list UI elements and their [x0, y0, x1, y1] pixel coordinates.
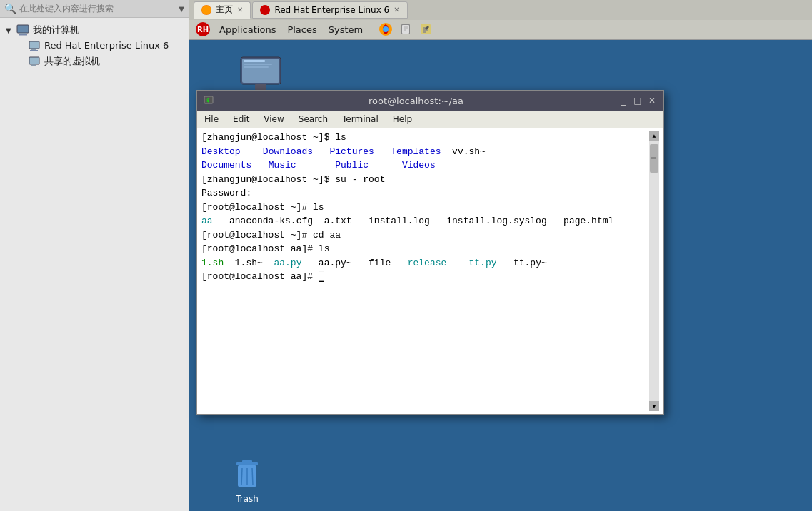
terminal-icon-btn: $ [203, 95, 214, 106]
svg-rect-1 [20, 33, 26, 34]
terminal-minimize-button[interactable]: _ [618, 95, 629, 106]
toolbar-icons [377, 21, 434, 38]
terminal-content[interactable]: [zhangjun@localhost ~]$ ls Desktop Downl… [197, 128, 663, 414]
terminal-titlebar: $ root@localhost:~/aa _ □ ✕ [197, 91, 663, 111]
svg-rect-32 [242, 460, 252, 463]
tree-root-label: 我的计算机 [33, 24, 79, 36]
terminal-menu-terminal[interactable]: Terminal [339, 113, 381, 126]
terminal-line-3: Documents Music Public Videos [201, 158, 649, 173]
svg-rect-8 [30, 66, 38, 66]
main-area: 主页 ✕ Red Hat Enterprise Linux 6 ✕ RH App… [189, 0, 812, 511]
terminal-scrollbar[interactable]: ▲ ▼ [649, 131, 659, 411]
svg-rect-27 [255, 84, 266, 90]
terminal-line-2: Desktop Downloads Pictures Templates vv.… [201, 145, 649, 159]
tab-rh[interactable]: Red Hat Enterprise Linux 6 ✕ [252, 1, 407, 19]
terminal-line-9: [root@localhost aa]# ls [201, 242, 649, 256]
terminal-app-icon: $ [204, 96, 214, 106]
help-button[interactable] [397, 21, 414, 38]
search-input[interactable] [19, 4, 176, 14]
terminal-menu-file[interactable]: File [201, 113, 221, 126]
rh-icon [29, 41, 41, 51]
shared-icon [29, 56, 41, 66]
tree-child-shared[interactable]: 共享的虚拟机 [3, 53, 186, 70]
terminal-menu-edit[interactable]: Edit [230, 113, 252, 126]
svg-point-12 [383, 26, 389, 32]
terminal-window-buttons: $ [203, 95, 214, 106]
tree-child-rh[interactable]: Red Hat Enterprise Linux 6 [3, 38, 186, 53]
topbar: 主页 ✕ Red Hat Enterprise Linux 6 ✕ RH App… [189, 0, 812, 40]
tab-home-close[interactable]: ✕ [237, 6, 243, 14]
edit-button[interactable] [417, 21, 434, 38]
tree-child-shared-label: 共享的虚拟机 [44, 55, 100, 68]
redhat-logo: RH [195, 21, 211, 37]
svg-rect-2 [19, 34, 27, 36]
tree-toggle-icon: ▼ [6, 26, 16, 34]
sidebar-tree: ▼ 我的计算机 Red Hat Enterprise Linux 6 [0, 18, 189, 511]
terminal-close-button[interactable]: ✕ [646, 95, 658, 106]
scrollbar-thumb[interactable] [650, 144, 658, 173]
trash-icon[interactable]: Trash [232, 458, 262, 504]
tab-home[interactable]: 主页 ✕ [194, 1, 251, 19]
tab-firefox-icon [201, 5, 211, 15]
book-icon [399, 22, 413, 36]
svg-rect-23 [242, 59, 279, 83]
tab-rh-icon [260, 5, 270, 15]
svg-rect-7 [31, 64, 36, 66]
svg-line-34 [241, 468, 242, 485]
svg-rect-6 [29, 57, 39, 64]
tree-root-item[interactable]: ▼ 我的计算机 [3, 22, 186, 38]
tab-rh-label: Red Hat Enterprise Linux 6 [274, 5, 389, 15]
terminal-title: root@localhost:~/aa [214, 96, 618, 106]
terminal-line-10: 1.sh 1.sh~ aa.py aa.py~ file release tt.… [201, 256, 649, 270]
terminal-maximize-button[interactable]: □ [632, 95, 643, 106]
terminal-menu-help[interactable]: Help [390, 113, 415, 126]
terminal-menu-view[interactable]: View [261, 113, 286, 126]
svg-rect-3 [29, 41, 39, 49]
svg-rect-25 [244, 64, 272, 65]
svg-text:$: $ [206, 98, 209, 103]
chevron-down-icon: ▼ [179, 5, 184, 13]
svg-text:RH: RH [197, 26, 209, 34]
edit-icon [418, 22, 433, 36]
svg-line-36 [252, 468, 253, 485]
svg-rect-24 [244, 60, 265, 62]
terminal-line-1: [zhangjun@localhost ~]$ ls [201, 131, 649, 145]
terminal-line-5: Password: [201, 186, 649, 201]
svg-rect-14 [402, 25, 409, 34]
sidebar-search-bar[interactable]: 🔍 ▼ [0, 0, 189, 18]
terminal-menubar: File Edit View Search Terminal Help [197, 111, 663, 128]
search-icon: 🔍 [4, 3, 16, 14]
terminal-control-buttons: _ □ ✕ [618, 95, 658, 106]
tab-bar: 主页 ✕ Red Hat Enterprise Linux 6 ✕ [189, 0, 812, 20]
desktop: $ root@localhost:~/aa _ □ ✕ File Edit Vi… [189, 40, 812, 511]
tab-rh-close[interactable]: ✕ [394, 6, 399, 14]
terminal-menu-search[interactable]: Search [296, 113, 331, 126]
trash-container[interactable]: Trash [232, 458, 262, 504]
terminal-line-7: aa anaconda-ks.cfg a.txt install.log ins… [201, 214, 649, 228]
terminal-window: $ root@localhost:~/aa _ □ ✕ File Edit Vi… [196, 90, 664, 415]
menu-places[interactable]: Places [284, 23, 319, 36]
menubar: RH Applications Places System [189, 20, 812, 40]
trash-bin-icon [232, 458, 262, 492]
menu-applications[interactable]: Applications [216, 23, 279, 36]
scrollbar-track[interactable] [649, 141, 659, 401]
scrollbar-up-button[interactable]: ▲ [649, 131, 659, 141]
sidebar: 🔍 ▼ ▼ 我的计算机 Red Hat Enterprise Linux 6 [0, 0, 189, 511]
svg-rect-0 [17, 25, 29, 33]
terminal-line-6: [root@localhost ~]# ls [201, 201, 649, 215]
svg-rect-26 [244, 66, 269, 68]
firefox-icon [379, 22, 393, 36]
trash-label: Trash [236, 494, 259, 504]
terminal-line-11: [root@localhost aa]# █ [201, 270, 649, 284]
svg-rect-4 [31, 49, 36, 50]
computer-icon [16, 24, 30, 36]
tab-home-label: 主页 [216, 4, 233, 16]
menu-system[interactable]: System [326, 23, 366, 36]
scrollbar-grip [651, 157, 656, 159]
firefox-button[interactable] [377, 21, 394, 38]
svg-rect-5 [30, 50, 38, 51]
terminal-line-8: [root@localhost ~]# cd aa [201, 228, 649, 243]
terminal-text: [zhangjun@localhost ~]$ ls Desktop Downl… [201, 131, 649, 411]
terminal-line-4: [zhangjun@localhost ~]$ su - root [201, 173, 649, 187]
scrollbar-down-button[interactable]: ▼ [649, 401, 659, 411]
